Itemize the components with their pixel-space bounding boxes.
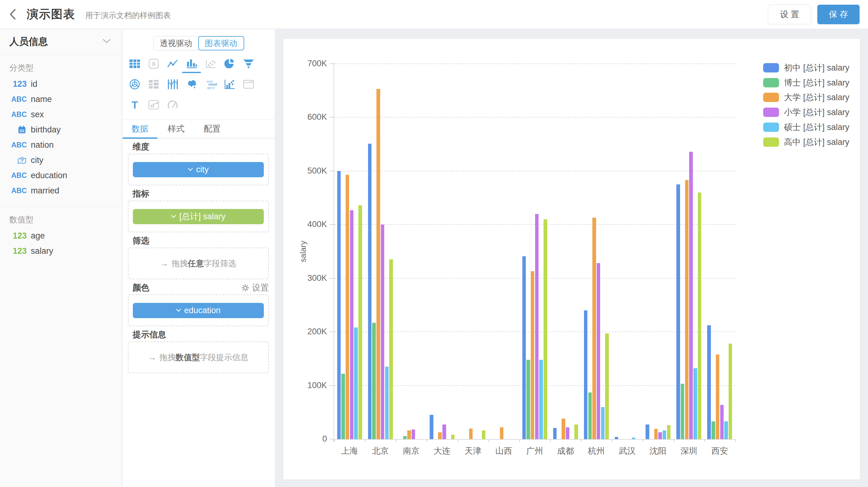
dimension-chip[interactable]: city — [133, 162, 264, 177]
field-label: birthday — [31, 125, 61, 135]
y-axis-label: 0 — [293, 434, 327, 444]
sidebar-divider — [0, 206, 122, 206]
field-item-city[interactable]: city — [0, 153, 122, 168]
tab-settings[interactable]: 配置 — [195, 120, 229, 138]
field-label: name — [31, 95, 52, 104]
text-icon: ABC — [7, 141, 27, 149]
legend-swatch — [763, 107, 779, 117]
bar-上海-4 — [354, 327, 358, 439]
bar-北京-3 — [381, 225, 384, 439]
chart-type-radar-icon[interactable] — [125, 74, 144, 95]
chevron-left-icon — [7, 8, 19, 21]
bar-深圳-4 — [693, 368, 697, 439]
chart-type-text-icon[interactable]: T — [125, 95, 144, 115]
chart-type-pie-icon[interactable] — [220, 54, 239, 74]
field-label: id — [31, 79, 37, 89]
bar-北京-1 — [372, 323, 376, 439]
dimension-dropzone[interactable]: city — [128, 154, 269, 185]
field-item-education[interactable]: ABCeducation — [0, 168, 122, 183]
field-label: married — [31, 186, 59, 196]
legend-item[interactable]: 博士 [总计] salary — [763, 77, 849, 88]
top-bar: 演示图表 用于演示文档的样例图表 设 置 保 存 — [0, 0, 868, 29]
legend-item[interactable]: 硕士 [总计] salary — [763, 122, 849, 133]
x-axis-label-西安: 西安 — [705, 445, 735, 457]
bar-南京-3 — [412, 429, 415, 439]
bar-大连-5 — [451, 435, 455, 439]
x-tick — [427, 439, 427, 442]
bar-杭州-4 — [601, 407, 605, 439]
legend-label: 初中 [总计] salary — [784, 62, 849, 73]
chevron-down-icon — [176, 309, 181, 312]
x-tick — [704, 439, 705, 442]
legend-item[interactable]: 小学 [总计] salary — [763, 107, 849, 118]
filter-placeholder: →拖拽任意字段筛选 — [160, 258, 237, 269]
city-map-icon — [7, 156, 27, 165]
y-axis-label: 600K — [293, 112, 327, 122]
chart-type-table-icon[interactable] — [125, 54, 144, 74]
legend-swatch — [763, 63, 779, 72]
metric-dropzone[interactable]: [总计] salary — [128, 201, 269, 232]
bar-西安-5 — [728, 344, 732, 439]
tooltip-placeholder: →拖拽数值型字段提示信息 — [148, 352, 249, 363]
field-item-sex[interactable]: ABCsex — [0, 107, 122, 122]
field-item-age[interactable]: 123age — [0, 228, 122, 244]
bar-成都-5 — [574, 424, 578, 439]
legend-item[interactable]: 高中 [总计] salary — [763, 136, 849, 148]
legend-label: 大学 [总计] salary — [784, 92, 849, 103]
chart-type-iframe-icon — [239, 74, 258, 95]
bar-西安-2 — [716, 355, 720, 439]
x-axis-label-南京: 南京 — [396, 445, 426, 457]
settings-button[interactable]: 设 置 — [768, 5, 811, 24]
chart-type-point-bar-icon[interactable] — [220, 74, 239, 95]
tab-style[interactable]: 样式 — [159, 120, 193, 138]
field-item-birthday[interactable]: birthday — [0, 122, 122, 137]
legend-item[interactable]: 初中 [总计] salary — [763, 62, 849, 73]
x-tick — [643, 439, 643, 442]
legend-swatch — [763, 93, 779, 102]
chart-type-word-cloud-icon[interactable]: wordcloudagile Bi — [201, 74, 220, 95]
color-dropzone[interactable]: education — [128, 294, 269, 326]
tooltip-dropzone[interactable]: →拖拽数值型字段提示信息 — [128, 342, 269, 373]
field-sidebar: 人员信息 分类型 123idABCnameABCsexbirthdayABCna… — [0, 29, 122, 487]
metric-chip-label: [总计] salary — [179, 211, 225, 222]
dataset-selector[interactable]: 人员信息 — [0, 29, 122, 55]
color-settings-link[interactable]: 设置 — [241, 282, 269, 293]
chart-type-parallel-icon[interactable] — [163, 74, 182, 95]
x-axis-label-天津: 天津 — [458, 445, 488, 457]
chart-type-line-icon[interactable] — [163, 54, 182, 74]
field-item-id[interactable]: 123id — [0, 76, 122, 92]
field-label: education — [31, 171, 67, 181]
legend-label: 高中 [总计] salary — [784, 136, 849, 148]
field-item-married[interactable]: ABCmarried — [0, 183, 122, 198]
bar-南京-2 — [407, 430, 411, 439]
mode-tab-chart[interactable]: 图表驱动 — [198, 36, 244, 51]
tab-data[interactable]: 数据 — [123, 120, 157, 139]
svg-text:cloud: cloud — [208, 83, 217, 86]
save-button[interactable]: 保 存 — [817, 5, 860, 24]
field-label: sex — [31, 110, 44, 120]
field-item-name[interactable]: ABCname — [0, 92, 122, 107]
field-item-nation[interactable]: ABCnation — [0, 137, 122, 153]
x-axis-label-深圳: 深圳 — [674, 445, 704, 457]
filter-dropzone[interactable]: →拖拽任意字段筛选 — [128, 248, 269, 279]
chart-card: 0100K200K300K400K500K600K700K上海北京南京大连天津山… — [283, 39, 860, 480]
chart-type-funnel-icon[interactable] — [239, 54, 258, 74]
metric-chip[interactable]: [总计] salary — [133, 209, 264, 224]
color-chip[interactable]: education — [133, 303, 264, 318]
bar-山西-2 — [500, 427, 504, 439]
chart-type-china-map-icon[interactable] — [182, 74, 201, 95]
chevron-down-icon — [103, 39, 111, 45]
x-axis-label-杭州: 杭州 — [582, 445, 611, 457]
x-axis-line — [334, 439, 735, 440]
dimension-chip-label: city — [196, 165, 209, 174]
legend-item[interactable]: 大学 [总计] salary — [763, 92, 849, 103]
bar-广州-3 — [535, 214, 539, 439]
bar-广州-0 — [522, 256, 526, 439]
field-label: age — [31, 231, 45, 241]
chart-type-bar-icon[interactable] — [182, 54, 201, 74]
field-item-salary[interactable]: 123salary — [0, 244, 122, 259]
bar-杭州-5 — [605, 333, 609, 439]
y-axis-label: 100K — [293, 381, 327, 390]
mode-tab-pivot[interactable]: 透视驱动 — [153, 36, 199, 51]
back-button[interactable] — [6, 7, 20, 21]
